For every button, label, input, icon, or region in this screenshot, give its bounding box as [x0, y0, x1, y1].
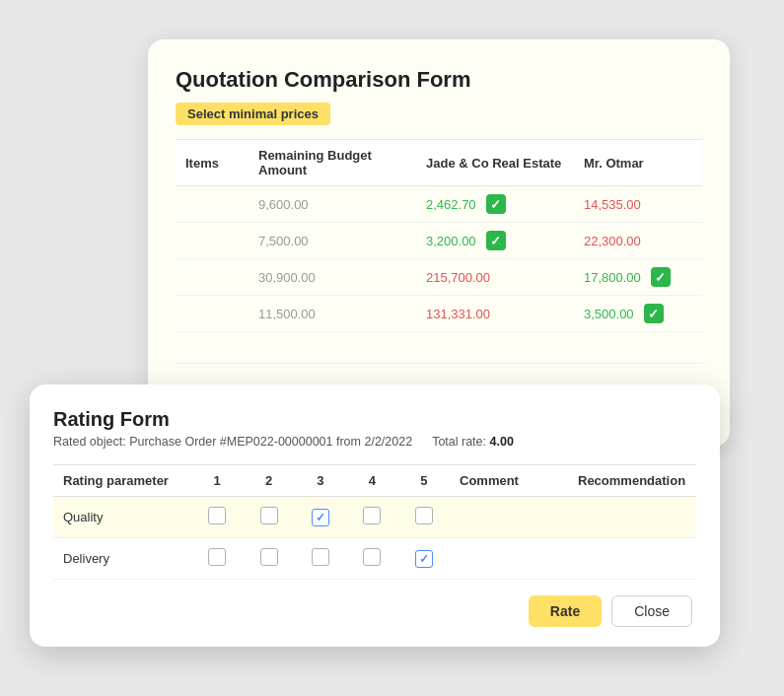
col-2: 2	[243, 465, 294, 497]
checkbox-icon[interactable]	[312, 548, 329, 566]
check-icon	[486, 194, 506, 214]
rating-checkbox-quality-1[interactable]	[191, 497, 243, 538]
checkbox-icon[interactable]	[363, 548, 381, 566]
rating-checkbox-quality-2[interactable]	[243, 497, 294, 538]
rating-checkbox-delivery-4[interactable]	[346, 538, 397, 580]
rating-checkbox-quality-3[interactable]	[295, 497, 346, 538]
rating-checkbox-delivery-1[interactable]	[191, 538, 243, 580]
total-rate-value: 4.00	[490, 435, 514, 449]
budget-cell: 11,500.00	[249, 296, 416, 332]
table-row	[176, 259, 249, 296]
rating-parameter-label: Delivery	[53, 538, 191, 580]
checkbox-icon[interactable]	[415, 550, 433, 568]
empty-cell	[249, 332, 416, 364]
otmar-cell: 22,300.00	[574, 223, 702, 259]
close-button[interactable]: Close	[611, 595, 692, 627]
col-jade: Jade & Co Real Estate	[416, 140, 574, 186]
col-otmar: Mr. Otmar	[574, 140, 702, 186]
empty-cell	[574, 332, 702, 364]
col-5: 5	[398, 465, 450, 497]
rating-checkbox-delivery-2[interactable]	[243, 538, 294, 580]
checkbox-icon[interactable]	[312, 509, 329, 526]
checkbox-icon[interactable]	[260, 548, 278, 566]
rating-subtitle: Rated object: Purchase Order #MEP022-000…	[53, 435, 696, 449]
check-icon	[486, 231, 506, 250]
jade-cell: 215,700.00	[416, 259, 574, 296]
budget-cell: 7,500.00	[249, 223, 416, 259]
checkbox-icon[interactable]	[208, 507, 226, 524]
checkbox-icon[interactable]	[363, 507, 381, 524]
rating-table: Rating parameter 1 2 3 4 5 Comment Recom…	[53, 464, 696, 580]
otmar-cell: 3,500.00	[574, 296, 702, 332]
empty-cell	[416, 332, 574, 364]
total-rate-label: Total rate:	[432, 435, 486, 449]
rating-form: Rating Form Rated object: Purchase Order…	[30, 384, 720, 647]
col-budget: Remaining Budget Amount	[249, 140, 416, 186]
recommendation-cell	[568, 497, 696, 538]
rating-footer: Rate Close	[53, 595, 696, 627]
jade-cell: 2,462.70	[416, 186, 574, 223]
checkbox-icon[interactable]	[260, 507, 278, 524]
budget-cell: 9,600.00	[249, 186, 416, 223]
checkbox-icon[interactable]	[208, 548, 226, 566]
col-comment: Comment	[450, 465, 568, 497]
table-row	[176, 296, 249, 332]
recommendation-cell	[568, 538, 696, 580]
comment-cell	[450, 538, 568, 580]
table-row	[176, 223, 249, 259]
budget-cell: 30,900.00	[249, 259, 416, 296]
jade-cell: 131,331.00	[416, 296, 574, 332]
rating-title: Rating Form	[53, 408, 696, 431]
otmar-cell: 14,535.00	[574, 186, 702, 223]
jade-cell: 3,200.00	[416, 223, 574, 259]
rating-checkbox-quality-5[interactable]	[398, 497, 450, 538]
comment-cell	[450, 497, 568, 538]
rating-checkbox-delivery-5[interactable]	[398, 538, 450, 580]
col-4: 4	[346, 465, 397, 497]
col-items: Items	[176, 140, 249, 186]
col-parameter: Rating parameter	[53, 465, 191, 497]
quotation-title: Quotation Comparison Form	[176, 67, 702, 93]
total-rate: Total rate: 4.00	[432, 435, 514, 449]
rating-parameter-label: Quality	[53, 497, 191, 538]
otmar-cell: 17,800.00	[574, 259, 702, 296]
table-row	[176, 186, 249, 223]
col-3: 3	[295, 465, 346, 497]
rated-object-label: Rated object: Purchase Order #MEP022-000…	[53, 435, 412, 449]
empty-cell	[176, 332, 249, 364]
select-minimal-button[interactable]: Select minimal prices	[176, 103, 330, 125]
rate-button[interactable]: Rate	[529, 595, 602, 627]
rating-checkbox-quality-4[interactable]	[346, 497, 397, 538]
check-icon	[651, 267, 671, 287]
check-icon	[644, 304, 664, 323]
checkbox-icon[interactable]	[415, 507, 433, 524]
col-recommendation: Recommendation	[568, 465, 696, 497]
rating-checkbox-delivery-3[interactable]	[295, 538, 346, 580]
col-1: 1	[191, 465, 243, 497]
